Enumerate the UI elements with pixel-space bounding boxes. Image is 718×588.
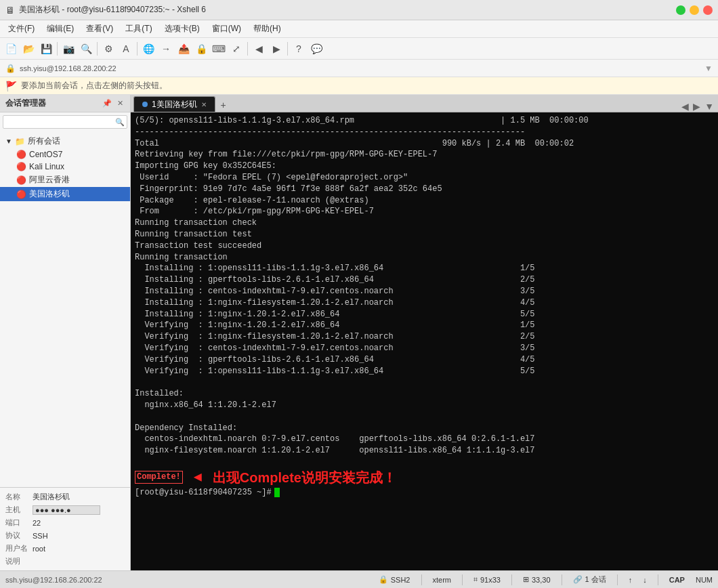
- window-title: 美国洛杉矶 - root@yisu-6118f90407235:~ - Xshe…: [19, 4, 206, 16]
- menu-tabs[interactable]: 选项卡(B): [159, 22, 205, 36]
- terminal[interactable]: (5/5): openssl11-libs-1.1.1g-3.el7.x86_6…: [131, 112, 718, 570]
- toolbar-keyboard[interactable]: ⌨: [211, 41, 227, 57]
- term-line-30: [135, 457, 714, 468]
- sidebar-pin-button[interactable]: 📌: [101, 99, 113, 108]
- tabs-bar: 1美国洛杉矶 ✕ + ◀ ▶ ▼: [131, 95, 718, 112]
- status-position: 33,30: [532, 576, 551, 584]
- prop-host-label: 主机: [5, 505, 33, 515]
- titlebar-left: 🖥 美国洛杉矶 - root@yisu-6118f90407235:~ - Xs…: [5, 4, 206, 16]
- titlebar: 🖥 美国洛杉矶 - root@yisu-6118f90407235:~ - Xs…: [0, 0, 718, 20]
- toolbar-sep5: [287, 42, 288, 56]
- term-line-23: [135, 377, 714, 388]
- toolbar-settings[interactable]: ⚙: [100, 41, 117, 57]
- sidebar-item-centos7[interactable]: 🔴 CentOS7: [0, 148, 130, 161]
- terminal-cursor: [274, 488, 280, 497]
- toolbar-nav-right[interactable]: ▶: [268, 41, 284, 57]
- right-panel: 1美国洛杉矶 ✕ + ◀ ▶ ▼ (5/5): openssl11-libs-1…: [131, 95, 718, 570]
- toolbar-new[interactable]: 📄: [3, 41, 19, 57]
- term-line-15: Installing : centos-indexhtml-7-9.el7.ce…: [135, 286, 714, 297]
- minimize-button[interactable]: [690, 5, 699, 15]
- folder-icon: 📁: [15, 137, 25, 146]
- sidebar-search-input[interactable]: [3, 115, 127, 129]
- titlebar-controls: [676, 5, 713, 15]
- term-line-2: Total 990 kB/s | 2.4 MB 00:00:02: [135, 138, 714, 150]
- status-dimensions: 91x33: [480, 576, 501, 584]
- term-line-1: ----------------------------------------…: [135, 127, 714, 138]
- prop-protocol-label: 协议: [5, 530, 33, 541]
- prop-protocol-value: SSH: [33, 532, 125, 540]
- sidebar-item-kali[interactable]: 🔴 Kali Linux: [0, 161, 130, 173]
- status-sep3: [511, 574, 512, 585]
- sidebar-item-us-la[interactable]: 🔴 美国洛杉矶: [0, 187, 130, 201]
- status-sep4: [562, 574, 562, 585]
- toolbar-upload[interactable]: 📤: [175, 41, 192, 57]
- dimensions-icon: ⌗: [473, 575, 478, 584]
- toolbar-sep3: [137, 42, 138, 56]
- toolbar-chat[interactable]: 💬: [308, 41, 324, 57]
- infobar: 🚩 要添加当前会话，点击左侧的箭头按钮。: [0, 77, 718, 95]
- sidebar-item-aliyun[interactable]: 🔴 阿里云香港: [0, 173, 130, 187]
- toolbar-nav-left[interactable]: ◀: [251, 41, 267, 57]
- address-dropdown-icon[interactable]: ▼: [704, 64, 713, 73]
- status-down-icon: ↓: [643, 576, 647, 584]
- tab-label-us-la: 1美国洛杉矶: [152, 99, 197, 110]
- sidebar-close-button[interactable]: ✕: [116, 99, 125, 108]
- term-line-3: Retrieving key from file:///etc/pki/rpm-…: [135, 149, 714, 161]
- toolbar-help[interactable]: ?: [291, 41, 307, 57]
- status-address: ssh.yisu@192.168.26.200:22: [5, 576, 102, 584]
- term-line-8: From : /etc/pki/rpm-gpg/RPM-GPG-KEY-EPEL…: [135, 206, 714, 217]
- term-line-9: Running transaction check: [135, 217, 714, 229]
- toolbar-screenshot[interactable]: 📷: [60, 41, 77, 57]
- term-line-22: Verifying : 1:openssl11-libs-1.1.1g-3.el…: [135, 366, 714, 377]
- toolbar-resize[interactable]: ⤢: [228, 41, 245, 57]
- search-icon: 🔍: [115, 118, 125, 127]
- menu-help[interactable]: 帮助(H): [248, 22, 287, 36]
- menu-window[interactable]: 窗口(W): [207, 22, 247, 36]
- term-line-20: Verifying : centos-indexhtml-7-9.el7.cen…: [135, 343, 714, 354]
- toolbar-lock[interactable]: 🔒: [193, 41, 209, 57]
- terminal-prompt-line: [root@yisu-6118f90407235 ~]#: [135, 487, 714, 499]
- menubar: 文件(F) 编辑(E) 查看(V) 工具(T) 选项卡(B) 窗口(W) 帮助(…: [0, 20, 718, 38]
- sidebar-item-label-us-la: 美国洛杉矶: [29, 188, 70, 200]
- status-encoding-segment: xterm: [433, 576, 452, 584]
- term-line-11: Transaction test succeeded: [135, 240, 714, 252]
- tab-nav-menu[interactable]: ▼: [703, 101, 715, 112]
- tab-nav-prev[interactable]: ◀: [680, 101, 690, 112]
- prop-protocol: 协议 SSH: [0, 529, 130, 542]
- sidebar-header: 会话管理器 📌 ✕: [0, 95, 130, 112]
- tab-add-button[interactable]: +: [217, 98, 230, 112]
- menu-edit[interactable]: 编辑(E): [41, 22, 79, 36]
- toolbar-open[interactable]: 📂: [20, 41, 37, 57]
- annotation-text: 出现Complete说明安装完成！: [213, 468, 396, 487]
- menu-view[interactable]: 查看(V): [81, 22, 119, 36]
- status-sessions: 1 会话: [585, 574, 606, 585]
- app-window: 🖥 美国洛杉矶 - root@yisu-6118f90407235:~ - Xs…: [0, 0, 718, 588]
- menu-tools[interactable]: 工具(T): [120, 22, 157, 36]
- term-line-12: Running transaction: [135, 252, 714, 264]
- sidebar-controls: 📌 ✕: [101, 99, 125, 108]
- prop-port-value: 22: [33, 519, 125, 527]
- toolbar-save[interactable]: 💾: [38, 41, 54, 57]
- toolbar-sep4: [247, 42, 248, 56]
- tree-root[interactable]: ▼ 📁 所有会话: [0, 134, 130, 148]
- tree-root-label: 所有会话: [28, 135, 60, 147]
- toolbar-font[interactable]: A: [118, 41, 134, 57]
- status-position-segment: ⊞ 33,30: [523, 575, 551, 584]
- maximize-button[interactable]: [676, 5, 685, 15]
- term-line-24: Installed:: [135, 388, 714, 400]
- toolbar-zoom[interactable]: 🔍: [78, 41, 94, 57]
- tab-close-button[interactable]: ✕: [201, 101, 207, 108]
- tab-nav-next[interactable]: ▶: [692, 101, 702, 112]
- tab-us-la[interactable]: 1美国洛杉矶 ✕: [133, 96, 215, 112]
- status-sessions-segment: 🔗 1 会话: [573, 574, 606, 585]
- prop-port: 端口 22: [0, 516, 130, 529]
- toolbar-globe[interactable]: 🌐: [140, 41, 156, 57]
- toolbar-arrow[interactable]: →: [158, 41, 174, 57]
- prop-name: 名称 美国洛杉矶: [0, 490, 130, 503]
- toolbar-sep1: [57, 42, 58, 56]
- statusbar-right: 🔒 SSH2 xterm ⌗ 91x33 ⊞ 33,30 🔗 1 会话: [379, 574, 713, 585]
- prop-port-label: 端口: [5, 518, 33, 528]
- close-button[interactable]: [703, 5, 713, 15]
- prop-description-label: 说明: [5, 556, 33, 566]
- menu-file[interactable]: 文件(F): [3, 22, 40, 36]
